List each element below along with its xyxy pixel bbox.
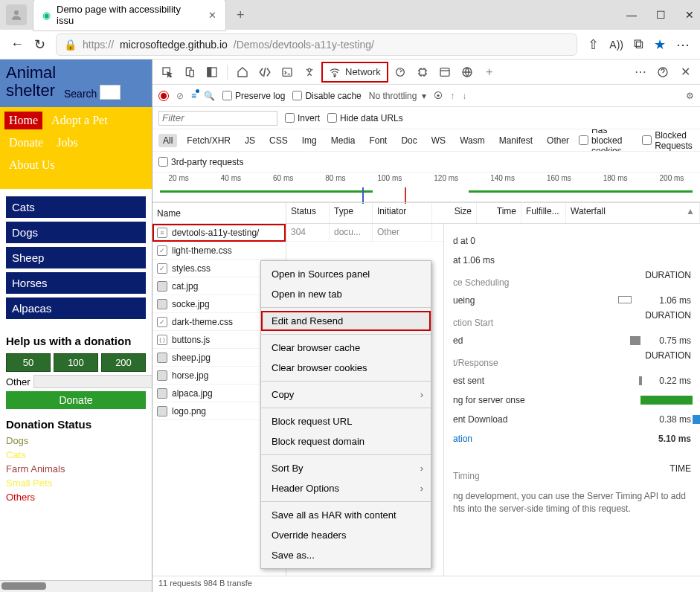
category-item[interactable]: Dogs (6, 222, 146, 243)
request-row[interactable]: ✓light-theme.css (152, 242, 286, 260)
explanation-link[interactable]: ation (453, 434, 574, 444)
filter-doc[interactable]: Doc (396, 134, 421, 147)
context-menu-item[interactable]: Block request URL (261, 411, 431, 431)
context-menu-item[interactable]: Edit and Resend (261, 311, 431, 331)
throttling-select[interactable]: No throttling ▾ (369, 91, 426, 101)
context-menu-item[interactable]: Sort By› (261, 458, 431, 478)
preserve-log-checkbox[interactable]: Preserve log (222, 91, 285, 101)
column-size-header[interactable]: Size (432, 203, 477, 223)
column-type-header[interactable]: Type (330, 203, 373, 223)
column-name-header[interactable]: Name (152, 203, 286, 224)
request-row[interactable]: ≡devtools-a11y-testing/ (152, 224, 286, 242)
elements-tab-icon[interactable] (254, 62, 275, 83)
filter-ws[interactable]: WS (427, 134, 450, 147)
new-tab-button[interactable]: + (232, 7, 249, 23)
filter-css[interactable]: CSS (265, 134, 292, 147)
nav-home[interactable]: Home (4, 112, 42, 129)
context-menu-item[interactable]: Copy› (261, 385, 431, 405)
category-item[interactable]: Cats (6, 196, 146, 218)
invert-checkbox[interactable]: Invert (285, 113, 320, 123)
context-menu-item[interactable]: Save all as HAR with content (261, 505, 431, 525)
context-menu-item[interactable]: Block request domain (261, 431, 431, 451)
device-icon[interactable] (179, 62, 200, 83)
context-menu-item[interactable]: Header Options› (261, 478, 431, 498)
blocked-cookies-checkbox[interactable]: Has blocked cookies (579, 129, 637, 152)
search-input[interactable] (100, 85, 121, 100)
inspect-icon[interactable] (157, 62, 178, 83)
network-conditions-icon[interactable] (457, 62, 478, 83)
column-status-header[interactable]: Status (286, 203, 330, 223)
context-menu-item[interactable]: Clear browser cache (261, 338, 431, 358)
donation-amount[interactable]: 100 (54, 353, 98, 372)
nav-about[interactable]: About Us (4, 156, 60, 174)
category-item[interactable]: Alpacas (6, 297, 146, 319)
timeline-overview[interactable]: 20 ms 40 ms 60 ms 80 ms 100 ms 120 ms 14… (152, 173, 700, 202)
blocked-requests-checkbox[interactable]: Blocked Requests (642, 130, 694, 151)
network-tab[interactable]: Network (321, 62, 388, 83)
category-item[interactable]: Horses (6, 272, 146, 294)
category-item[interactable]: Sheep (6, 247, 146, 268)
filter-all[interactable]: All (158, 134, 177, 147)
profile-icon[interactable] (6, 4, 27, 25)
settings-icon[interactable]: ⚙ (686, 91, 694, 101)
filter-font[interactable]: Font (365, 134, 391, 147)
context-menu-item[interactable]: Clear browser cookies (261, 358, 431, 378)
welcome-tab-icon[interactable] (232, 62, 253, 83)
column-fulfilled-header[interactable]: Fulfille... (521, 203, 566, 223)
import-har-icon[interactable]: ↑ (450, 91, 455, 101)
online-icon[interactable]: ⦿ (434, 91, 443, 101)
column-time-header[interactable]: Time (477, 203, 521, 223)
devtools-close-icon[interactable]: ✕ (675, 62, 696, 83)
disable-cache-checkbox[interactable]: Disable cache (292, 91, 361, 101)
back-button[interactable]: ← (10, 36, 24, 52)
add-tab-icon[interactable]: + (479, 62, 500, 83)
share-icon[interactable]: ⇧ (588, 36, 599, 53)
sources-tab-icon[interactable] (299, 62, 320, 83)
third-party-checkbox[interactable]: 3rd-party requests (158, 157, 243, 167)
console-tab-icon[interactable] (277, 62, 298, 83)
maximize-button[interactable]: ☐ (656, 9, 666, 21)
filter-fetch[interactable]: Fetch/XHR (182, 134, 235, 147)
memory-tab-icon[interactable] (412, 62, 433, 83)
column-waterfall-header[interactable]: Waterfall▲ (566, 203, 700, 223)
context-menu-item[interactable]: Open in Sources panel (261, 264, 431, 284)
donation-amount[interactable]: 50 (6, 353, 51, 372)
nav-donate[interactable]: Donate (4, 134, 48, 152)
context-menu-item[interactable]: Open in new tab (261, 284, 431, 304)
devtools-more-icon[interactable]: ⋯ (630, 62, 651, 83)
nav-jobs[interactable]: Jobs (52, 134, 82, 152)
filter-input[interactable] (158, 111, 277, 126)
column-initiator-header[interactable]: Initiator (373, 203, 432, 223)
context-menu-item[interactable]: Save as... (261, 545, 431, 565)
read-aloud-icon[interactable]: A)) (609, 39, 623, 51)
tab-close-icon[interactable]: ✕ (208, 10, 216, 21)
nav-adopt[interactable]: Adopt a Pet (47, 112, 112, 129)
record-button[interactable] (158, 91, 169, 101)
donation-amount[interactable]: 200 (101, 353, 146, 372)
export-har-icon[interactable]: ↓ (462, 91, 466, 101)
filter-img[interactable]: Img (298, 134, 321, 147)
hide-data-urls-checkbox[interactable]: Hide data URLs (327, 113, 403, 123)
donation-other-input[interactable] (33, 375, 152, 388)
favorite-icon[interactable]: ★ (654, 36, 666, 53)
more-icon[interactable]: ⋯ (676, 36, 690, 53)
filter-manifest[interactable]: Manifest (495, 134, 537, 147)
filter-js[interactable]: JS (240, 134, 260, 147)
collections-icon[interactable]: ⧉ (634, 36, 643, 52)
page-horizontal-scrollbar[interactable] (0, 580, 152, 592)
filter-other[interactable]: Other (542, 134, 574, 147)
refresh-button[interactable]: ↻ (34, 36, 45, 53)
url-input[interactable]: 🔒 https://microsoftedge.github.io/Demos/… (56, 33, 577, 56)
performance-tab-icon[interactable] (390, 62, 411, 83)
application-tab-icon[interactable] (434, 62, 455, 83)
context-menu-item[interactable]: Override headers (261, 525, 431, 545)
clear-button[interactable]: ⊘ (176, 91, 184, 101)
donate-button[interactable]: Donate (6, 391, 146, 409)
filter-toggle-icon[interactable]: ≡ (191, 91, 196, 101)
browser-tab[interactable]: ◉ Demo page with accessibility issu ✕ (33, 0, 226, 31)
filter-media[interactable]: Media (327, 134, 360, 147)
search-icon[interactable]: 🔍 (204, 91, 215, 101)
help-icon[interactable] (652, 62, 673, 83)
filter-wasm[interactable]: Wasm (455, 134, 489, 147)
dock-icon[interactable] (202, 62, 222, 83)
